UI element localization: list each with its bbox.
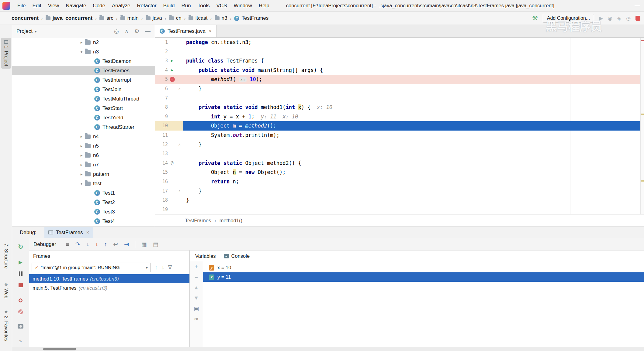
scrollbar-thumb[interactable] <box>43 348 76 350</box>
rerun-icon[interactable]: ↻ <box>12 241 29 253</box>
tree-item-test[interactable]: ▾test <box>12 179 155 188</box>
variable-row[interactable]: vy = 11 <box>203 272 644 282</box>
code-line-19[interactable]: 19 <box>155 205 644 214</box>
horizontal-scrollbar[interactable] <box>12 347 644 351</box>
code-line-5[interactable]: 5✓ method1( x: 10); <box>155 75 644 84</box>
view-breakpoints-icon[interactable] <box>12 295 29 306</box>
previous-frame-icon[interactable]: ↑ <box>155 264 158 271</box>
breadcrumb-method[interactable]: method1() <box>220 218 242 223</box>
chevron-right-icon[interactable]: ▸ <box>78 153 85 158</box>
tree-item-Test2[interactable]: CTest2 <box>12 198 155 207</box>
duplicate-icon[interactable]: ▣ <box>194 305 199 312</box>
breadcrumb-src[interactable]: src <box>99 15 113 21</box>
menu-build[interactable]: Build <box>160 3 178 9</box>
menu-code[interactable]: Code <box>89 3 109 9</box>
move-down-icon[interactable]: ▼ <box>194 295 199 301</box>
sidebar-item-structure[interactable]: 7: Structure <box>1 241 11 271</box>
code-line-16[interactable]: 16 return n; <box>155 177 644 186</box>
tree-item-n3[interactable]: ▾n3 <box>12 47 155 56</box>
tree-item-n4[interactable]: ▸n4 <box>12 132 155 141</box>
add-watch-icon[interactable]: + <box>195 264 198 270</box>
breadcrumb-cn[interactable]: cn <box>169 15 182 21</box>
close-icon[interactable]: × <box>86 230 89 235</box>
breadcrumb-main[interactable]: main <box>120 15 139 21</box>
minimize-button[interactable]: — <box>631 2 644 9</box>
restore-layout-icon[interactable]: ▤ <box>153 241 158 248</box>
sidebar-item-project[interactable]: 1: Project <box>1 38 11 69</box>
stop-icon[interactable] <box>12 279 29 291</box>
variable-row[interactable]: px = 10 <box>203 263 644 272</box>
fold-marker-icon[interactable]: ∧ <box>176 140 182 149</box>
menu-help[interactable]: Help <box>255 3 273 9</box>
breakpoint-icon[interactable]: ✓ <box>170 77 175 82</box>
close-icon[interactable]: × <box>209 29 212 34</box>
tree-item-n6[interactable]: ▸n6 <box>12 151 155 160</box>
run-arrow-icon[interactable]: ▶ <box>168 56 176 66</box>
breadcrumb-itcast[interactable]: itcast <box>189 15 208 21</box>
add-configuration-button[interactable]: Add Configuration... <box>543 14 594 23</box>
chevron-down-icon[interactable]: ▾ <box>78 181 85 186</box>
profiler-icon[interactable]: ◷ <box>626 15 631 22</box>
breadcrumb-n3[interactable]: n3 <box>215 15 227 21</box>
frame-row[interactable]: main:5, TestFrames(cn.itcast.n3) <box>29 283 189 292</box>
locate-file-icon[interactable]: ◎ <box>114 28 119 35</box>
menu-refactor[interactable]: Refactor <box>133 3 160 9</box>
resume-icon[interactable]: ▶ <box>12 256 29 268</box>
menu-vcs[interactable]: VCS <box>213 3 230 9</box>
tree-item-Test4[interactable]: CTest4 <box>12 216 155 226</box>
sidebar-item-web[interactable]: ⊕ Web <box>1 279 11 301</box>
step-out-icon[interactable]: ↑ <box>104 241 107 248</box>
code-line-15[interactable]: 15 Object n = new Object(); <box>155 168 644 177</box>
error-stripe-mark[interactable] <box>641 114 644 115</box>
menu-analyze[interactable]: Analyze <box>109 3 133 9</box>
coverage-icon[interactable]: ◈ <box>617 15 621 22</box>
step-into-icon[interactable]: ↓ <box>86 241 89 248</box>
chevron-down-icon[interactable]: ▾ <box>78 49 85 54</box>
tree-item-TestStart[interactable]: CTestStart <box>12 104 155 113</box>
code-line-6[interactable]: 6∧ } <box>155 84 644 94</box>
hamburger-icon[interactable]: ≡ <box>66 241 69 248</box>
breadcrumb-concurrent[interactable]: concurrent <box>12 15 39 21</box>
tree-item-n2[interactable]: ▸n2 <box>12 38 155 47</box>
gear-icon[interactable]: ⚙ <box>134 28 139 35</box>
menu-run[interactable]: Run <box>178 3 194 9</box>
breadcrumb-class[interactable]: TestFrames <box>185 218 211 223</box>
frame-row[interactable]: method1:10, TestFrames(cn.itcast.n3) <box>29 274 189 283</box>
code-line-8[interactable]: 8 private static void method1(int x) { x… <box>155 103 644 112</box>
more-icon[interactable]: » <box>19 338 22 343</box>
breadcrumb-java[interactable]: java <box>146 15 162 21</box>
menu-window[interactable]: Window <box>230 3 255 9</box>
fold-marker-icon[interactable]: ∧ <box>176 186 182 196</box>
build-hammer-icon[interactable]: ⚒ <box>532 15 538 22</box>
tree-item-Test3[interactable]: CTest3 <box>12 207 155 216</box>
breadcrumb-TestFrames[interactable]: CTestFrames <box>234 15 268 21</box>
tab-console[interactable]: ▸ Console <box>224 253 250 259</box>
tree-item-n5[interactable]: ▸n5 <box>12 141 155 151</box>
stop-process-icon[interactable] <box>635 16 640 21</box>
evaluate-expression-icon[interactable]: ▦ <box>141 241 147 248</box>
tab-debug-testframes[interactable]: TestFrames × <box>44 227 93 238</box>
code-line-1[interactable]: 1package cn.itcast.n3; <box>155 38 644 47</box>
pause-icon[interactable] <box>12 268 29 279</box>
tree-item-pattern[interactable]: ▸pattern <box>12 169 155 179</box>
code-line-3[interactable]: 3▶public class TestFrames { <box>155 56 644 66</box>
debug-icon[interactable]: ◉ <box>608 15 612 22</box>
code-line-10[interactable]: 10 Object m = method2(); <box>155 121 644 131</box>
code-line-13[interactable]: 13 <box>155 149 644 158</box>
watches-glasses-icon[interactable]: ∞ <box>194 316 198 322</box>
drop-frame-icon[interactable]: ↩ <box>113 241 118 248</box>
sidebar-item-favorites[interactable]: ★ 2: Favorites <box>1 307 11 344</box>
tab-variables[interactable]: Variables <box>195 253 216 259</box>
step-over-icon[interactable]: ↷ <box>75 241 80 248</box>
tab-debugger[interactable]: Debugger <box>33 241 56 247</box>
tree-item-TestInterrupt[interactable]: CTestInterrupt <box>12 75 155 85</box>
tree-item-n7[interactable]: ▸n7 <box>12 160 155 169</box>
thread-dump-camera-icon[interactable] <box>12 321 29 332</box>
filter-funnel-icon[interactable]: ∇ <box>168 264 172 271</box>
code-line-7[interactable]: 7 <box>155 94 644 103</box>
tree-item-TestJoin[interactable]: CTestJoin <box>12 85 155 94</box>
thread-selector[interactable]: ✓ "main"@1 in group "main": RUNNING ▾ <box>32 263 151 272</box>
menu-edit[interactable]: Edit <box>29 3 44 9</box>
menu-view[interactable]: View <box>45 3 63 9</box>
tree-item-Test1[interactable]: CTest1 <box>12 188 155 198</box>
